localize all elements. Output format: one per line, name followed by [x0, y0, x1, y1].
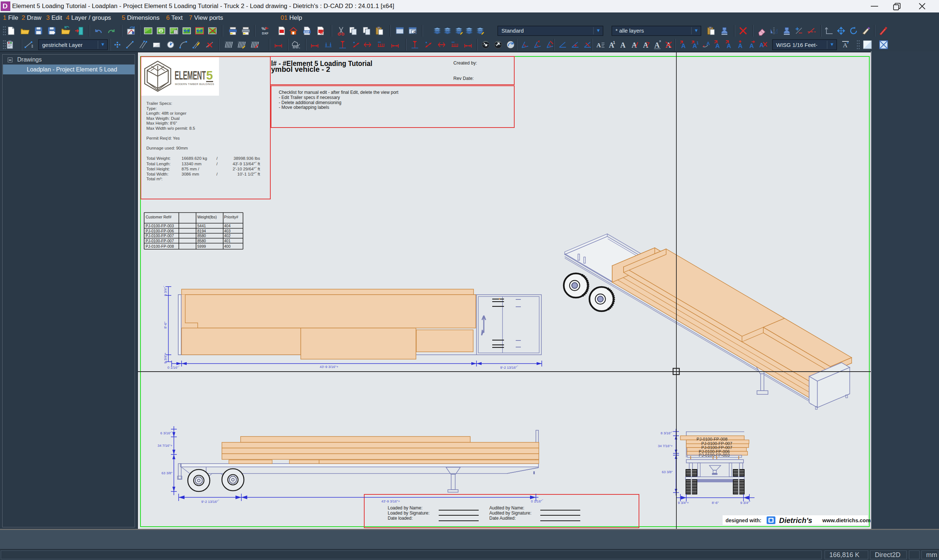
svg-text:Audited by Signature:: Audited by Signature:: [489, 511, 532, 515]
svg-text:Max Weigth: Dual: Max Weigth: Dual: [146, 116, 180, 121]
svg-text:PJ-0100-FP-007: PJ-0100-FP-007: [146, 238, 174, 243]
svg-text:A: A: [620, 41, 626, 49]
svg-text:9 3/4"+: 9 3/4"+: [678, 501, 689, 505]
svg-text:Total m³:: Total m³:: [146, 177, 162, 181]
svg-text:8 3/16"‾: 8 3/16"‾: [661, 431, 673, 435]
svg-text:%/: %/: [262, 27, 266, 31]
svg-text:9 3/4"‾: 9 3/4"‾: [163, 286, 167, 296]
svg-text:Rev Date:: Rev Date:: [453, 76, 474, 81]
svg-text:A: A: [738, 43, 742, 49]
svg-text:Date Audited:: Date Audited:: [489, 515, 516, 521]
svg-text:43'-9 13/64"‾ ft: 43'-9 13/64"‾ ft: [233, 162, 260, 166]
svg-text:8580: 8580: [197, 238, 206, 243]
svg-text:38998.936 lbs: 38998.936 lbs: [234, 156, 261, 160]
svg-text:Total Length:: Total Length:: [146, 162, 171, 166]
svg-text:A: A: [727, 43, 731, 49]
svg-text:34 7/16"+: 34 7/16"+: [658, 444, 673, 448]
svg-text:400: 400: [224, 244, 231, 248]
svg-text:Created by:: Created by:: [453, 60, 477, 66]
svg-text:402: 402: [224, 234, 231, 238]
svg-text:MODERN TIMBER BUILDINGS: MODERN TIMBER BUILDINGS: [175, 83, 214, 86]
svg-text:9 3/4"+: 9 3/4"+: [163, 352, 167, 364]
svg-text:43'-9 3/16"+: 43'-9 3/16"+: [320, 365, 339, 369]
svg-text:9 3/4"‾: 9 3/4"‾: [740, 501, 751, 505]
svg-text:Standard: Standard: [501, 28, 524, 34]
svg-text:Loaded by Signature:: Loaded by Signature:: [388, 511, 430, 515]
svg-text:9'-2 13/16"‾: 9'-2 13/16"‾: [500, 365, 518, 369]
svg-text:3086 mm: 3086 mm: [182, 172, 199, 176]
svg-text:PJ-0100-FP-008: PJ-0100-FP-008: [697, 437, 727, 441]
svg-text:2'-10 29/64"‾ ft: 2'-10 29/64"‾ ft: [233, 167, 260, 171]
svg-text:Trailer Specs:: Trailer Specs:: [146, 101, 173, 106]
svg-text:404: 404: [224, 223, 231, 228]
svg-text:DXF: DXF: [262, 32, 269, 35]
svg-text:designed with:: designed with:: [726, 517, 762, 523]
svg-text:ELEMENT: ELEMENT: [174, 69, 206, 82]
svg-text:Date loaded:: Date loaded:: [388, 515, 413, 521]
svg-text:0 1/16"‾: 0 1/16"‾: [168, 365, 180, 369]
svg-text:8'-6": 8'-6": [712, 501, 719, 505]
svg-text:63 3/8": 63 3/8": [662, 470, 673, 474]
svg-text:Type:: Type:: [146, 106, 157, 111]
svg-text:63 3/8": 63 3/8": [161, 471, 173, 475]
svg-text:ymbol vehicle - 2: ymbol vehicle - 2: [271, 65, 330, 73]
svg-text:401: 401: [224, 238, 231, 243]
svg-text:5999: 5999: [197, 244, 206, 248]
svg-text:A: A: [597, 42, 601, 49]
svg-text:PJ-0100-FP-007: PJ-0100-FP-007: [146, 234, 174, 238]
svg-text:Length: 48ft or longer: Length: 48ft or longer: [146, 111, 187, 115]
svg-text:PJ-0100-FP-003: PJ-0100-FP-003: [146, 223, 174, 228]
svg-text:5441: 5441: [197, 223, 206, 228]
svg-text:875 mm /: 875 mm /: [182, 167, 199, 171]
svg-text:Checklist for manual edit - af: Checklist for manual edit - after final …: [279, 90, 399, 95]
svg-text:A: A: [749, 43, 754, 49]
svg-text:A: A: [681, 43, 686, 49]
svg-text:Max Width w/o permit: 8.5: Max Width w/o permit: 8.5: [146, 126, 195, 131]
svg-text:PJ-0100-FP-008: PJ-0100-FP-008: [146, 244, 174, 248]
svg-text:A: A: [759, 42, 764, 49]
svg-text:13340 mm: 13340 mm: [182, 162, 201, 166]
svg-text:34 7/16"+: 34 7/16"+: [157, 443, 173, 448]
svg-text:Dunnage used: 90mm: Dunnage used: 90mm: [146, 146, 188, 150]
svg-text:5: 5: [206, 69, 213, 82]
svg-text:- Edit Trailer specs if necess: - Edit Trailer specs if necessary: [279, 95, 340, 100]
svg-text:Permit Req'd: Yes: Permit Req'd: Yes: [146, 136, 180, 140]
svg-text:DXF: DXF: [304, 31, 310, 34]
svg-text:Total Width:: Total Width:: [146, 172, 168, 176]
svg-text:Max Heigth: 8'6": Max Heigth: 8'6": [146, 121, 177, 125]
svg-text:43'-9 3/16"+: 43'-9 3/16"+: [381, 499, 400, 503]
svg-text:0 1/16"‾: 0 1/16"‾: [531, 499, 544, 503]
svg-text:6 3/16"‾: 6 3/16"‾: [160, 431, 173, 435]
svg-text:Priority#: Priority#: [224, 215, 238, 219]
svg-text:Dietrich's: Dietrich's: [779, 516, 812, 525]
svg-text:1: 1: [697, 41, 699, 45]
svg-text:- Move oberlapping labels: - Move oberlapping labels: [279, 105, 329, 110]
svg-text:- Delete additional dimensioni: - Delete additional dimensioning: [279, 100, 341, 105]
svg-text:www.dietrichs.com: www.dietrichs.com: [822, 517, 871, 523]
svg-text:A: A: [706, 41, 710, 46]
svg-text:A: A: [715, 43, 720, 49]
svg-text:Weight(lbs): Weight(lbs): [197, 215, 217, 219]
svg-text:Customer Ref#: Customer Ref#: [146, 215, 172, 219]
svg-text:WISG 1/16 Feet-: WISG 1/16 Feet-: [776, 42, 817, 48]
svg-text:Total Weight:: Total Weight:: [146, 156, 171, 160]
svg-text:Loaded by Name:: Loaded by Name:: [388, 505, 422, 511]
svg-text:Audited by Name:: Audited by Name:: [489, 505, 524, 511]
svg-text:A: A: [654, 41, 660, 49]
svg-text:9'-2 13/16"‾: 9'-2 13/16"‾: [201, 500, 219, 503]
svg-text:8'-6": 8'-6": [163, 322, 167, 329]
svg-text:10'-1 1/2"‾ ft: 10'-1 1/2"‾ ft: [237, 172, 261, 176]
svg-text:8580: 8580: [197, 234, 206, 238]
svg-text:* alle layers: * alle layers: [615, 28, 644, 34]
svg-text:Totel Height:: Totel Height:: [146, 167, 170, 171]
svg-text:1: 1: [613, 40, 615, 45]
svg-text:16689.620 kg: 16689.620 kg: [182, 156, 207, 160]
svg-text:PJ-0100-FP-006: PJ-0100-FP-006: [146, 229, 174, 233]
svg-text:8194: 8194: [197, 229, 206, 233]
svg-text:403: 403: [224, 229, 231, 233]
svg-text:gestrichelt Layer: gestrichelt Layer: [42, 42, 83, 48]
